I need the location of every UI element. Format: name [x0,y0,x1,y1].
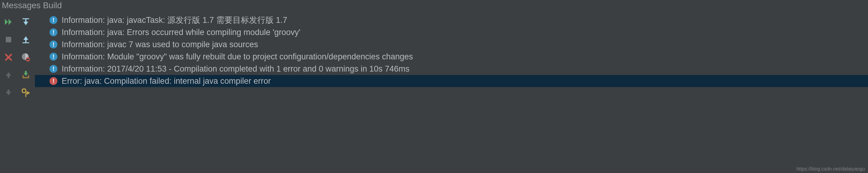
message-text: Information: 2017/4/20 11:53 - Compilati… [62,64,409,74]
message-row[interactable]: ! Information: javac 7 was used to compi… [35,39,868,51]
close-button[interactable] [3,52,14,63]
collapse-all-button[interactable] [20,34,31,45]
error-icon: ! [50,77,57,85]
message-row[interactable]: ! Information: java: Errors occurred whi… [35,26,868,39]
message-row[interactable]: ! Information: java: javacTask: 源发行版 1.7… [35,14,868,26]
settings-button[interactable] [20,87,31,98]
info-icon: ! [50,28,57,36]
up-button[interactable] [3,70,14,80]
message-text: Information: java: Errors occurred while… [62,28,300,37]
message-row[interactable]: ! Error: java: Compilation failed: inter… [35,75,868,87]
message-row[interactable]: ! Information: Module "groovy" was fully… [35,51,868,63]
info-icon: ! [50,16,57,24]
panel-title: Messages Build [0,0,868,12]
svg-rect-11 [23,75,24,78]
watermark-text: https://blog.csdn.net/dataiyangu [796,166,865,172]
toolbar-left-1 [0,12,17,173]
svg-rect-6 [25,39,26,42]
expand-all-button[interactable] [20,17,31,27]
rerun-button[interactable] [3,17,14,27]
svg-rect-9 [26,59,29,60]
svg-rect-4 [25,19,26,22]
svg-rect-0 [6,37,11,42]
down-button[interactable] [3,87,14,98]
info-icon: ! [50,53,57,60]
svg-rect-1 [8,76,9,78]
info-icon: ! [50,41,57,48]
export-button[interactable] [20,70,31,80]
messages-panel: ! Information: java: javacTask: 源发行版 1.7… [0,12,868,173]
svg-rect-3 [23,18,29,19]
svg-rect-12 [28,75,29,78]
toolbar-left-2 [17,12,35,173]
message-row[interactable]: ! Information: 2017/4/20 11:53 - Compila… [35,63,868,75]
stop-button[interactable] [3,34,14,45]
filter-button[interactable] [20,52,31,63]
info-icon: ! [50,65,57,73]
message-text: Information: java: javacTask: 源发行版 1.7 需… [62,15,287,26]
message-text: Information: javac 7 was used to compile… [62,40,258,49]
messages-list: ! Information: java: javacTask: 源发行版 1.7… [35,12,868,173]
svg-rect-2 [8,90,9,92]
message-text: Information: Module "groovy" was fully r… [62,52,413,61]
message-text: Error: java: Compilation failed: interna… [62,76,271,86]
svg-rect-5 [23,42,29,43]
